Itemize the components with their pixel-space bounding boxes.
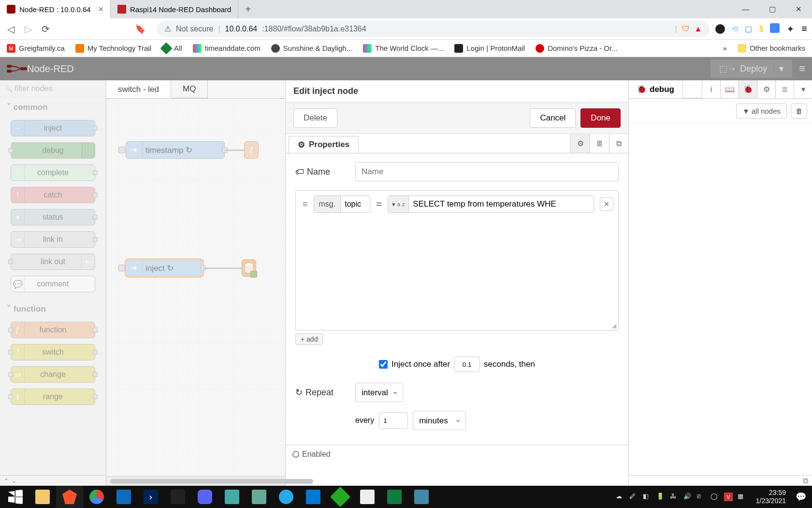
bookmark-item[interactable]: My Technology Trail [75, 44, 151, 53]
network-icon[interactable]: 🖧 [670, 493, 679, 501]
sidebar-tab-debug[interactable]: 🐞 debug [629, 80, 682, 98]
done-button[interactable]: Done [580, 108, 621, 128]
inject-button[interactable] [118, 147, 125, 153]
remove-row-button[interactable]: ✕ [600, 197, 613, 211]
msg-key-field[interactable] [341, 200, 370, 209]
app-icon[interactable] [354, 486, 381, 508]
interval-unit-select[interactable]: minutes [413, 411, 466, 430]
node-description-icon[interactable]: 🗎 [590, 134, 609, 153]
flow-node-inject[interactable]: inject ↻ [126, 259, 203, 277]
properties-tab[interactable]: ⚙ Properties [289, 136, 359, 153]
terminal-icon[interactable] [164, 486, 191, 508]
bookmark-item[interactable]: The World Clock —... [363, 44, 444, 53]
drag-handle-icon[interactable]: ≡ [301, 199, 310, 209]
info-icon[interactable]: i [702, 80, 720, 98]
notifications-icon[interactable]: 💬 [796, 492, 806, 502]
vscode-icon[interactable] [300, 486, 327, 508]
palette-node-debug[interactable]: debug [11, 142, 95, 159]
debug-icon[interactable]: 🐞 [739, 80, 757, 98]
menu-icon[interactable]: ≡ [801, 23, 807, 34]
app-icon[interactable] [110, 486, 137, 508]
palette-filter[interactable]: filter nodes [0, 80, 106, 97]
msg-value-input[interactable]: ▾ az [388, 195, 594, 213]
bookmark-item[interactable]: MGreigfamily.ca [7, 44, 65, 53]
tray-icon[interactable]: ▦ [738, 493, 746, 501]
palette-node-link-out[interactable]: link out⇤ [11, 254, 95, 270]
tray-icon[interactable]: ☁ [616, 493, 624, 501]
bookmark-item[interactable]: Sunshine & Dayligh... [271, 44, 352, 53]
palette-node-function[interactable]: ƒfunction [11, 322, 95, 338]
palette-node-comment[interactable]: 💬comment [11, 276, 95, 292]
bookmark-item[interactable]: All [162, 44, 182, 53]
cancel-button[interactable]: Cancel [530, 108, 576, 128]
bookmark-item[interactable]: Domino's Pizza - Or... [536, 44, 618, 53]
explorer-icon[interactable] [29, 486, 56, 508]
photos-icon[interactable] [408, 486, 435, 508]
flow-node-database[interactable] [242, 259, 256, 277]
inject-button[interactable] [118, 265, 125, 271]
palette-node-complete[interactable]: !complete [11, 164, 95, 181]
node-settings-icon[interactable]: ⚙ [570, 134, 590, 153]
palette-node-change[interactable]: ⇄change [11, 366, 95, 383]
bookmark-item[interactable]: timeanddate.com [193, 44, 261, 53]
brave-icon[interactable] [56, 486, 83, 508]
app-icon[interactable] [327, 486, 354, 508]
brave-rewards-icon[interactable]: ▲ [695, 25, 702, 33]
tray-icon[interactable]: 🖉 [629, 493, 638, 501]
deploy-button[interactable]: ⬚→ Deploy ▾ [710, 60, 792, 78]
telegram-icon[interactable] [273, 486, 300, 508]
palette-node-link-in[interactable]: ⇥link in [11, 231, 95, 248]
inject-once-checkbox[interactable] [379, 360, 388, 369]
ext-icon[interactable] [770, 23, 780, 35]
context-icon[interactable]: ≣ [775, 80, 794, 98]
flow-node-timestamp[interactable]: timestamp ↻ [126, 141, 225, 159]
palette-node-inject[interactable]: →inject [11, 120, 95, 136]
bookmarks-overflow[interactable]: » [723, 44, 727, 52]
tray-icon[interactable]: ◯ [710, 493, 719, 501]
palette-category-function[interactable]: function [0, 299, 106, 319]
browser-tab[interactable]: Raspi14 Node-RED Dashboard [111, 0, 238, 18]
repeat-select[interactable]: interval [355, 383, 403, 402]
delete-button[interactable]: Delete [293, 108, 337, 128]
msg-value-field[interactable] [409, 199, 594, 209]
resize-handle-icon[interactable]: ◢ [612, 322, 616, 329]
ext-icon[interactable] [715, 24, 725, 34]
expand-icon[interactable]: ⌄ [12, 478, 16, 484]
flow-node-function[interactable]: ƒ [244, 141, 259, 159]
palette-node-switch[interactable]: ⤴switch [11, 344, 95, 360]
new-tab-button[interactable]: + [238, 4, 258, 15]
tray-icon[interactable]: ⎚ [697, 493, 706, 501]
brave-shield-icon[interactable]: 🛡 [682, 25, 690, 33]
interval-value-input[interactable] [379, 412, 408, 429]
back-icon[interactable]: ◁ [5, 23, 16, 35]
close-window-icon[interactable]: ✕ [785, 5, 812, 14]
app-icon[interactable] [246, 486, 273, 508]
popout-icon[interactable]: ⧉ [803, 477, 808, 485]
palette-category-common[interactable]: common [0, 97, 106, 117]
name-input[interactable] [355, 162, 619, 181]
horizontal-scrollbar[interactable] [106, 476, 285, 486]
workspace-tab[interactable]: MQ [171, 80, 208, 98]
reload-icon[interactable]: ⟳ [40, 23, 51, 35]
ext-icon[interactable]: ⟲ [732, 24, 738, 33]
add-property-button[interactable]: + add [295, 333, 323, 345]
close-icon[interactable]: × [99, 4, 104, 15]
ext-icon[interactable]: § [759, 25, 763, 33]
address-bar[interactable]: ⚠ Not secure | 10.0.0.64:1880/#flow/38ab… [157, 21, 710, 37]
msg-key-input[interactable]: msg. [314, 195, 371, 213]
hamburger-icon[interactable]: ≡ [799, 62, 805, 75]
inject-once-delay-input[interactable] [454, 357, 480, 372]
chrome-icon[interactable] [83, 486, 110, 508]
palette-node-catch[interactable]: !catch [11, 187, 95, 203]
bookmark-item[interactable]: Login | ProtonMail [454, 44, 525, 53]
other-bookmarks[interactable]: Other bookmarks [738, 44, 805, 53]
app-icon[interactable] [218, 486, 246, 508]
bookmark-icon[interactable]: 🔖 [134, 24, 146, 34]
help-icon[interactable]: 📖 [720, 80, 739, 98]
type-selector[interactable]: ▾ az [388, 196, 409, 212]
node-appearance-icon[interactable]: ⧉ [609, 134, 628, 153]
tray-icon[interactable]: V [724, 493, 733, 501]
chevron-down-icon[interactable]: ▾ [794, 80, 812, 98]
palette-node-status[interactable]: ✦status [11, 209, 95, 225]
powershell-icon[interactable]: › [137, 486, 164, 508]
